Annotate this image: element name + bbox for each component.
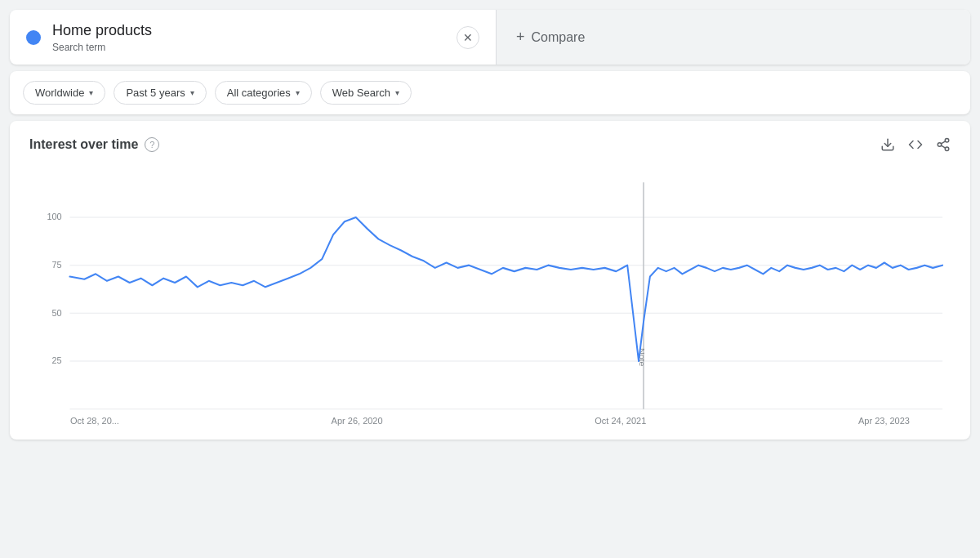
svg-text:25: 25: [51, 355, 61, 365]
search-term-section: Home products Search term ✕: [10, 10, 496, 65]
svg-text:75: 75: [51, 260, 61, 270]
filter-category[interactable]: All categories ▾: [215, 81, 312, 105]
filter-location-label: Worldwide: [35, 87, 84, 99]
x-label-3: Oct 24, 2021: [595, 416, 646, 426]
close-icon: ✕: [463, 31, 473, 44]
svg-line-5: [941, 141, 945, 144]
chevron-down-icon: ▾: [89, 88, 93, 97]
chart-header: Interest over time ?: [29, 137, 951, 152]
search-term-title: Home products: [52, 21, 152, 40]
compare-label: Compare: [532, 30, 586, 45]
svg-text:50: 50: [51, 308, 61, 318]
chevron-down-icon: ▾: [296, 88, 300, 97]
chart-title: Interest over time: [29, 137, 138, 152]
search-bar: Home products Search term ✕ + Compare: [10, 10, 970, 65]
filter-search-type-label: Web Search: [332, 87, 390, 99]
search-term-text: Home products Search term: [52, 21, 152, 53]
help-icon[interactable]: ?: [145, 137, 159, 152]
compare-plus-icon: +: [516, 29, 525, 46]
share-button[interactable]: [936, 137, 951, 152]
embed-button[interactable]: [908, 137, 923, 152]
chart-container: 100 75 50 25 Note Oct 28, 20... Apr 26, …: [29, 165, 951, 426]
interest-over-time-chart: 100 75 50 25 Note: [29, 165, 951, 426]
svg-line-4: [941, 146, 945, 149]
chart-section: Interest over time ?: [10, 121, 970, 440]
chevron-down-icon: ▾: [190, 88, 194, 97]
x-label-1: Oct 28, 20...: [70, 416, 119, 426]
filter-search-type[interactable]: Web Search ▾: [320, 81, 412, 105]
svg-text:100: 100: [47, 212, 61, 221]
x-label-2: Apr 26, 2020: [332, 416, 383, 426]
chart-actions: [880, 137, 951, 152]
search-term-dot: [26, 30, 41, 45]
filter-category-label: All categories: [227, 87, 291, 99]
close-button[interactable]: ✕: [457, 26, 479, 49]
filter-time-label: Past 5 years: [126, 87, 185, 99]
compare-section[interactable]: + Compare: [497, 10, 970, 65]
filter-location[interactable]: Worldwide ▾: [23, 81, 105, 105]
download-button[interactable]: [880, 137, 895, 152]
chevron-down-icon: ▾: [395, 88, 399, 97]
x-label-4: Apr 23, 2023: [858, 416, 910, 426]
filters-bar: Worldwide ▾ Past 5 years ▾ All categorie…: [10, 71, 970, 114]
search-term-subtitle: Search term: [52, 42, 152, 53]
chart-title-group: Interest over time ?: [29, 137, 159, 152]
filter-time[interactable]: Past 5 years ▾: [114, 81, 206, 105]
